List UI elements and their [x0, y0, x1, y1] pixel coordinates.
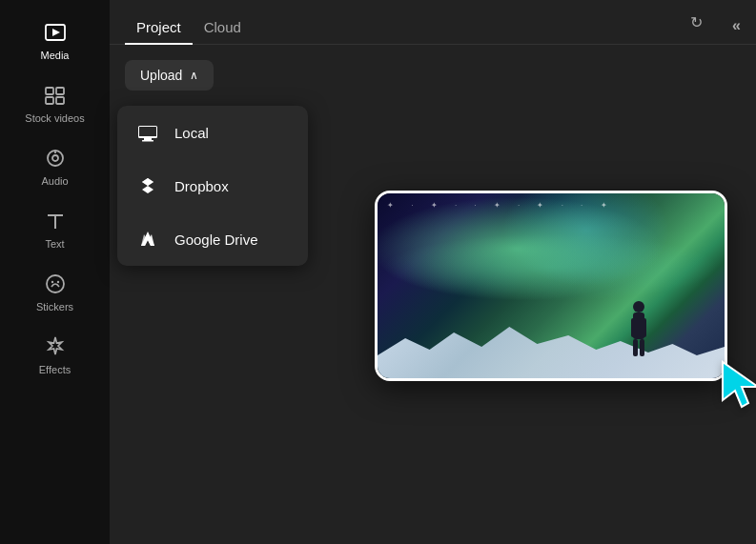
google-drive-icon — [136, 228, 159, 251]
svg-rect-15 — [144, 138, 152, 140]
tab-project[interactable]: Project — [125, 11, 193, 45]
dropdown-item-dropbox[interactable]: Dropbox — [117, 159, 308, 212]
svg-rect-2 — [46, 88, 53, 94]
sidebar-item-stickers-label: Stickers — [36, 301, 73, 312]
collapse-panel-button[interactable]: « — [732, 17, 741, 34]
sidebar-item-audio[interactable]: Audio — [0, 135, 110, 194]
effects-icon — [42, 333, 69, 360]
svg-rect-16 — [142, 140, 153, 142]
sidebar-item-media[interactable]: Media — [0, 10, 110, 69]
tabs-bar: Project Cloud « — [110, 0, 756, 45]
dropbox-icon — [136, 174, 159, 197]
svg-rect-28 — [640, 339, 644, 356]
svg-point-7 — [52, 155, 58, 161]
main-panel: Project Cloud « ↻ Upload ∧ Local — [110, 0, 756, 544]
upload-button[interactable]: Upload ∧ — [125, 60, 214, 91]
upload-label: Upload — [140, 68, 182, 83]
sidebar-item-effects-label: Effects — [39, 364, 71, 375]
tab-cloud[interactable]: Cloud — [193, 11, 253, 45]
upload-dropdown-menu: Local Dropbox Google Drive — [117, 106, 308, 266]
svg-point-12 — [51, 281, 52, 283]
svg-rect-17 — [139, 127, 156, 136]
svg-rect-26 — [640, 318, 646, 337]
person-silhouette — [624, 299, 653, 361]
aurora-image — [378, 193, 725, 378]
stock-videos-icon — [42, 82, 69, 109]
sidebar-item-stock-videos-label: Stock videos — [25, 112, 84, 124]
mountains — [378, 321, 725, 378]
svg-point-13 — [56, 281, 58, 283]
svg-marker-1 — [52, 29, 60, 36]
dropdown-dropbox-label: Dropbox — [174, 178, 229, 194]
audio-icon — [42, 145, 69, 171]
dropdown-item-local[interactable]: Local — [117, 106, 308, 159]
svg-rect-5 — [56, 97, 64, 104]
sidebar-item-audio-label: Audio — [41, 175, 68, 187]
sidebar-item-media-label: Media — [41, 50, 70, 61]
aurora-image-card — [375, 191, 727, 381]
svg-point-23 — [633, 301, 644, 312]
stickers-icon — [42, 271, 69, 297]
dropdown-google-drive-label: Google Drive — [174, 232, 258, 248]
svg-rect-4 — [46, 97, 53, 104]
local-icon — [136, 121, 159, 144]
dropdown-local-label: Local — [174, 125, 209, 141]
media-icon — [42, 19, 69, 46]
sidebar-item-effects[interactable]: Effects — [0, 324, 110, 383]
sidebar-item-stickers[interactable]: Stickers — [0, 261, 110, 320]
refresh-button[interactable]: ↻ — [690, 13, 703, 31]
sidebar-item-text-label: Text — [45, 238, 64, 250]
svg-rect-3 — [56, 88, 64, 94]
svg-rect-25 — [631, 318, 638, 337]
svg-rect-27 — [633, 339, 638, 356]
sidebar-item-text[interactable]: Text — [0, 198, 110, 257]
sidebar-item-stock-videos[interactable]: Stock videos — [0, 72, 110, 131]
dropdown-item-google-drive[interactable]: Google Drive — [117, 212, 308, 266]
upload-area: Upload ∧ — [110, 45, 756, 106]
upload-chevron: ∧ — [190, 69, 198, 82]
text-icon — [42, 208, 69, 234]
sidebar: Media Stock videos Audio — [0, 0, 110, 544]
svg-marker-19 — [142, 178, 153, 186]
svg-marker-29 — [723, 362, 756, 407]
